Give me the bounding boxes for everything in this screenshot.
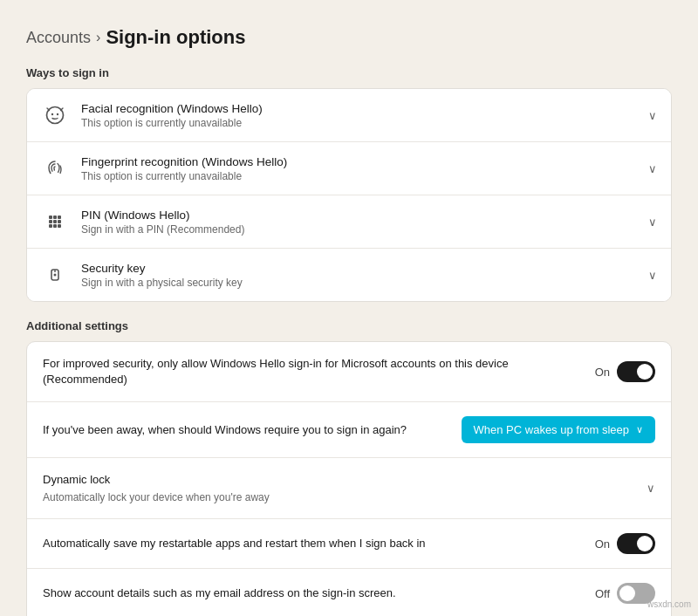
sign-in-again-dropdown-value: When PC wakes up from sleep	[474, 423, 629, 436]
dynamic-lock-text: Dynamic lock Automatically lock your dev…	[43, 472, 647, 504]
account-details-toggle-label: Off	[595, 587, 610, 600]
facial-recognition-item[interactable]: Facial recognition (Windows Hello) This …	[27, 89, 671, 142]
dynamic-lock-chevron-icon: ∨	[647, 482, 655, 495]
restart-apps-toggle-thumb	[637, 536, 653, 551]
fingerprint-title: Fingerprint recognition (Windows Hello)	[81, 155, 648, 168]
pin-subtitle: Sign in with a PIN (Recommended)	[81, 223, 648, 236]
breadcrumb-accounts[interactable]: Accounts	[26, 29, 91, 47]
svg-rect-3	[49, 216, 52, 219]
facial-recognition-title: Facial recognition (Windows Hello)	[81, 102, 648, 115]
additional-settings-list: For improved security, only allow Window…	[26, 341, 672, 616]
svg-rect-11	[58, 224, 61, 228]
svg-rect-6	[49, 220, 52, 223]
settings-page: Accounts › Sign-in options Ways to sign …	[0, 0, 698, 616]
account-details-toggle-wrapper: Off	[595, 583, 655, 604]
svg-rect-9	[49, 224, 52, 228]
dynamic-lock-item[interactable]: Dynamic lock Automatically lock your dev…	[27, 458, 671, 519]
security-key-subtitle: Sign in with a physical security key	[81, 277, 648, 289]
dynamic-lock-subtitle: Automatically lock your device when you'…	[43, 490, 629, 505]
restart-apps-toggle-label: On	[595, 537, 610, 551]
restart-apps-toggle-wrapper: On	[595, 533, 655, 554]
account-details-item: Show account details such as my email ad…	[27, 569, 671, 616]
breadcrumb: Accounts › Sign-in options	[26, 26, 672, 49]
face-icon	[41, 101, 69, 129]
svg-point-0	[47, 107, 64, 124]
svg-rect-10	[53, 224, 57, 228]
fingerprint-icon	[41, 154, 69, 182]
pin-text: PIN (Windows Hello) Sign in with a PIN (…	[81, 209, 648, 236]
sign-in-again-item: If you've been away, when should Windows…	[27, 402, 671, 458]
pin-icon	[41, 208, 69, 236]
svg-point-14	[54, 274, 57, 277]
svg-rect-8	[58, 220, 61, 223]
watermark: wsxdn.com	[647, 599, 691, 609]
security-key-title: Security key	[81, 262, 648, 275]
restart-apps-item: Automatically save my restartable apps a…	[27, 519, 671, 569]
additional-settings-label: Additional settings	[26, 319, 672, 332]
security-key-item[interactable]: Security key Sign in with a physical sec…	[27, 249, 671, 301]
security-key-text: Security key Sign in with a physical sec…	[81, 262, 648, 289]
ways-to-sign-in-label: Ways to sign in	[26, 66, 672, 79]
security-key-chevron-icon: ∨	[648, 269, 657, 282]
fingerprint-subtitle: This option is currently unavailable	[81, 170, 648, 182]
breadcrumb-chevron-icon: ›	[96, 30, 100, 45]
svg-rect-7	[53, 220, 57, 223]
page-title: Sign-in options	[106, 26, 245, 49]
security-key-icon	[41, 261, 69, 289]
account-details-text: Show account details such as my email ad…	[43, 585, 595, 601]
dynamic-lock-title: Dynamic lock	[43, 472, 629, 488]
pin-item[interactable]: PIN (Windows Hello) Sign in with a PIN (…	[27, 195, 671, 249]
fingerprint-chevron-icon: ∨	[648, 162, 657, 175]
windows-hello-only-text: For improved security, only allow Window…	[43, 356, 595, 387]
facial-recognition-subtitle: This option is currently unavailable	[81, 117, 648, 129]
svg-rect-5	[58, 216, 61, 219]
windows-hello-only-toggle-label: On	[595, 366, 610, 379]
account-details-toggle-thumb	[619, 585, 635, 601]
restart-apps-toggle[interactable]	[617, 533, 655, 554]
svg-point-1	[51, 113, 53, 115]
sign-in-again-dropdown[interactable]: When PC wakes up from sleep ∨	[462, 416, 655, 443]
windows-hello-only-item: For improved security, only allow Window…	[27, 342, 671, 402]
windows-hello-only-toggle-wrapper: On	[595, 361, 655, 382]
restart-apps-text: Automatically save my restartable apps a…	[43, 536, 595, 551]
windows-hello-only-toggle-thumb	[637, 364, 653, 380]
facial-recognition-chevron-icon: ∨	[648, 109, 657, 122]
pin-title: PIN (Windows Hello)	[81, 209, 648, 222]
fingerprint-text: Fingerprint recognition (Windows Hello) …	[81, 155, 648, 182]
svg-point-2	[57, 113, 58, 115]
dropdown-chevron-icon: ∨	[636, 424, 643, 435]
sign-in-again-text: If you've been away, when should Windows…	[43, 422, 462, 438]
fingerprint-item[interactable]: Fingerprint recognition (Windows Hello) …	[27, 142, 671, 195]
windows-hello-only-toggle[interactable]	[617, 361, 655, 382]
pin-chevron-icon: ∨	[648, 216, 657, 229]
svg-rect-4	[53, 216, 57, 219]
sign-in-options-list: Facial recognition (Windows Hello) This …	[26, 88, 672, 302]
facial-recognition-text: Facial recognition (Windows Hello) This …	[81, 102, 648, 129]
